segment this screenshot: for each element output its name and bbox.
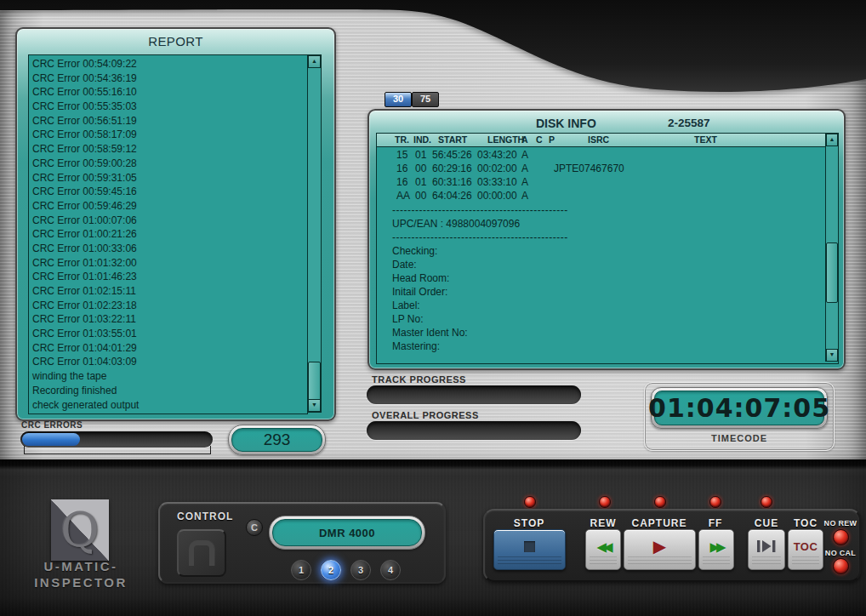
u-matic-inspector-app: REPORT CRC Error 00:54:09:22CRC Error 00… [0,0,866,616]
toggle-30-button[interactable]: 30 [385,92,412,107]
disk-meta-line: Checking: [392,244,826,258]
report-line[interactable]: CRC Error 00:56:51:19 [29,114,307,128]
disk-meta-line: Initail Order: [392,285,826,299]
timecode-display: 01:04:07:05 [651,387,828,429]
scroll-down-icon[interactable]: ▼ [826,349,838,362]
col-text: TEXT [694,134,717,145]
crc-ruler-scale [24,446,211,454]
scroll-up-icon[interactable]: ▲ [826,134,838,146]
toc-label: TOC [794,517,818,529]
timecode-frame: 01:04:07:05 TIMECODE [644,382,835,451]
report-line[interactable]: CRC Error 01:02:15:11 [29,284,307,299]
report-line[interactable]: CRC Error 01:03:22:11 [29,312,307,327]
scroll-up-icon[interactable]: ▲ [308,55,321,68]
col-isrc: ISRC [588,134,609,145]
crc-count-value: 293 [231,428,322,452]
ff-led-icon [709,496,721,508]
report-line[interactable]: Recording finished [29,384,307,398]
col-a: A [521,134,528,145]
report-line[interactable]: CRC Error 01:00:21:26 [29,227,307,242]
disk-scrollbar[interactable]: ▲ ▼ [825,134,838,362]
report-line[interactable]: CRC Error 00:59:46:29 [29,199,307,214]
disk-track-rows: 150156:45:2603:43:20A160060:29:1600:02:0… [377,147,826,363]
report-line[interactable]: CRC Error 00:59:31:05 [29,171,307,185]
timecode-value: 01:04:07:05 [654,391,824,425]
disk-cell: A [521,176,528,188]
report-line[interactable]: CRC Error 01:01:32:00 [29,256,307,271]
fast-forward-icon: ▶▶ [709,540,722,553]
disk-cell: A [521,149,528,161]
disk-id: 2-25587 [668,117,710,129]
disk-info-box: TR. IND. START LENGTH A C P ISRC TEXT 15… [376,133,839,364]
report-scroll-thumb[interactable] [308,362,321,402]
disk-cell: 64:04:26 [432,190,472,202]
report-line[interactable]: CRC Error 00:58:17:09 [29,128,307,142]
stop-led-icon [524,496,536,508]
toc-button-text: TOC [794,540,818,553]
disk-cell: 01 [415,149,426,161]
cue-button[interactable] [748,529,785,570]
report-scrollbar[interactable]: ▲ ▼ [307,54,322,413]
toc-button[interactable]: TOC [788,529,823,570]
report-title: REPORT [17,34,334,48]
capture-label: CAPTURE [631,517,687,529]
channel-button-3[interactable]: 3 [350,560,371,580]
no-rew-led-icon [833,529,849,545]
report-line[interactable]: winding the tape [29,369,307,384]
report-list: CRC Error 00:54:09:22CRC Error 00:54:36:… [28,54,308,414]
disk-cell: 03:43:20 [477,149,517,161]
disk-table-header: TR. IND. START LENGTH A C P ISRC TEXT [377,134,826,147]
report-line[interactable]: CRC Error 00:59:45:16 [29,185,307,199]
report-line[interactable]: CRC Error 01:04:03:09 [29,355,307,369]
channel-button-2[interactable]: 2 [321,560,341,580]
col-p: P [549,134,555,145]
report-line[interactable]: CRC Error 00:55:35:03 [29,100,307,114]
disk-cell: 15 [396,149,407,161]
logo-icon: Q [51,499,109,561]
stop-button[interactable] [493,529,566,570]
disk-track-row[interactable]: 150156:45:2603:43:20A [377,149,826,163]
brand-text: U-MATIC- INSPECTOR [29,558,133,590]
cue-label: CUE [755,517,778,529]
no-rew-label: NO REW [824,519,857,528]
crc-progress-fill [22,433,80,446]
report-line[interactable]: CRC Error 00:59:00:28 [29,157,307,171]
report-panel: REPORT CRC Error 00:54:09:22CRC Error 00… [15,27,336,421]
report-line[interactable]: CRC Error 00:54:36:19 [29,71,307,86]
channel-button-4[interactable]: 4 [380,560,401,580]
brand-line1: U-MATIC- [29,558,133,574]
toggle-75-button[interactable]: 75 [412,92,439,107]
report-line[interactable]: CRC Error 01:02:23:18 [29,299,307,313]
report-line[interactable]: CRC Error 01:01:46:23 [29,270,307,284]
report-line[interactable]: CRC Error 00:58:59:12 [29,142,307,157]
disk-info-title: DISK INFO [536,117,596,130]
report-line[interactable]: CRC Error 01:00:33:06 [29,242,307,256]
track-progress-bar [367,385,581,404]
rew-led-icon [599,496,611,508]
report-line[interactable]: CRC Error 01:03:55:01 [29,327,307,341]
channel-button-1[interactable]: 1 [291,560,311,580]
capture-button[interactable]: ▶ [624,529,696,570]
disk-track-row[interactable]: 160060:29:1600:02:00AJPTE07467670 [377,163,826,176]
disk-cell: JPTE07467670 [554,163,624,174]
report-line[interactable]: CRC Error 01:04:01:29 [29,341,307,356]
disk-scroll-thumb[interactable] [826,242,838,303]
control-button[interactable] [177,529,226,577]
disk-cell: 60:31:16 [432,176,472,188]
cue-led-icon [761,496,772,508]
disk-track-row[interactable]: AA0064:04:2600:00:00A [377,190,826,203]
col-tr: TR. [395,134,409,145]
ff-label: FF [709,517,723,529]
scroll-down-icon[interactable]: ▼ [308,399,321,412]
disk-meta-line: Head Room: [392,271,826,285]
control-group: CONTROL C DMR 4000 1234 [158,502,446,584]
report-line[interactable]: CRC Error 00:54:09:22 [29,57,307,71]
report-line[interactable]: CRC Error 01:00:07:06 [29,214,307,228]
report-line[interactable]: check generated output [29,398,307,413]
disk-cell: 16 [396,163,407,174]
ff-button[interactable]: ▶▶ [698,529,734,570]
disk-cell: 01 [415,176,426,188]
rew-button[interactable]: ◀◀ [585,529,621,570]
report-line[interactable]: CRC Error 00:55:16:10 [29,85,307,100]
disk-track-row[interactable]: 160160:31:1603:33:10A [377,176,826,190]
